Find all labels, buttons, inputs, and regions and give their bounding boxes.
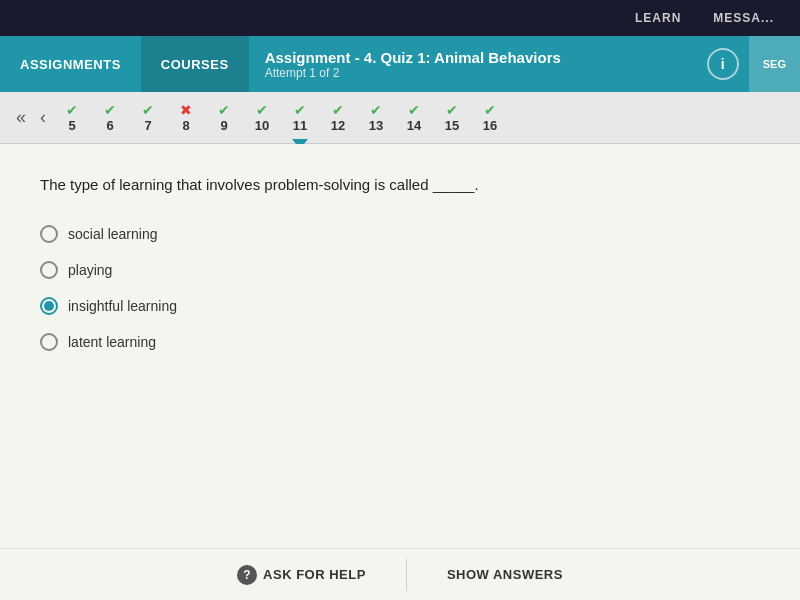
show-answers-button[interactable]: SHOW ANSWERS <box>447 567 563 582</box>
q6-number: 6 <box>106 118 113 133</box>
option-latent-learning[interactable]: latent learning <box>40 333 760 351</box>
q8-number: 8 <box>182 118 189 133</box>
radio-playing[interactable] <box>40 261 58 279</box>
bottom-bar: ? ASK FOR HELP SHOW ANSWERS <box>0 548 800 600</box>
bottom-divider <box>406 559 407 591</box>
question-16[interactable]: ✔ 16 <box>472 100 508 135</box>
question-10[interactable]: ✔ 10 <box>244 100 280 135</box>
question-9[interactable]: ✔ 9 <box>206 100 242 135</box>
q11-number: 11 <box>293 118 307 133</box>
q10-number: 10 <box>255 118 269 133</box>
q7-status-icon: ✔ <box>142 102 154 118</box>
main-content: The type of learning that involves probl… <box>0 144 800 600</box>
option-label-playing: playing <box>68 262 112 278</box>
top-nav: LEARN MESSA... <box>0 0 800 36</box>
question-12[interactable]: ✔ 12 <box>320 100 356 135</box>
option-playing[interactable]: playing <box>40 261 760 279</box>
info-icon[interactable]: i <box>707 48 739 80</box>
question-5[interactable]: ✔ 5 <box>54 100 90 135</box>
q15-status-icon: ✔ <box>446 102 458 118</box>
ask-for-help-button[interactable]: ? ASK FOR HELP <box>237 565 366 585</box>
q14-number: 14 <box>407 118 421 133</box>
option-label-insightful-learning: insightful learning <box>68 298 177 314</box>
q16-status-icon: ✔ <box>484 102 496 118</box>
q10-status-icon: ✔ <box>256 102 268 118</box>
radio-insightful-learning[interactable] <box>40 297 58 315</box>
question-text: The type of learning that involves probl… <box>40 174 760 197</box>
option-label-latent-learning: latent learning <box>68 334 156 350</box>
question-14[interactable]: ✔ 14 <box>396 100 432 135</box>
question-7[interactable]: ✔ 7 <box>130 100 166 135</box>
q15-number: 15 <box>445 118 459 133</box>
assignment-info: Assignment - 4. Quiz 1: Animal Behaviors… <box>249 49 707 80</box>
q16-number: 16 <box>483 118 497 133</box>
option-label-social-learning: social learning <box>68 226 158 242</box>
q5-status-icon: ✔ <box>66 102 78 118</box>
radio-social-learning[interactable] <box>40 225 58 243</box>
assignment-subtitle: Attempt 1 of 2 <box>265 66 691 80</box>
nav-tabs: ASSIGNMENTS COURSES <box>0 36 249 92</box>
courses-tab[interactable]: COURSES <box>141 36 249 92</box>
nav-first-button[interactable]: « <box>10 107 32 128</box>
assignment-title: Assignment - 4. Quiz 1: Animal Behaviors <box>265 49 691 66</box>
q13-number: 13 <box>369 118 383 133</box>
option-insightful-learning[interactable]: insightful learning <box>40 297 760 315</box>
question-11[interactable]: ✔ 11 <box>282 100 318 135</box>
options-list: social learning playing insightful learn… <box>40 225 760 351</box>
learn-button[interactable]: LEARN <box>619 11 697 25</box>
question-13[interactable]: ✔ 13 <box>358 100 394 135</box>
question-6[interactable]: ✔ 6 <box>92 100 128 135</box>
show-answers-label: SHOW ANSWERS <box>447 567 563 582</box>
q5-number: 5 <box>68 118 75 133</box>
q14-status-icon: ✔ <box>408 102 420 118</box>
q13-status-icon: ✔ <box>370 102 382 118</box>
assignments-tab[interactable]: ASSIGNMENTS <box>0 36 141 92</box>
q12-status-icon: ✔ <box>332 102 344 118</box>
option-social-learning[interactable]: social learning <box>40 225 760 243</box>
message-button[interactable]: MESSA... <box>697 11 790 25</box>
q12-number: 12 <box>331 118 345 133</box>
nav-prev-button[interactable]: ‹ <box>34 107 52 128</box>
question-15[interactable]: ✔ 15 <box>434 100 470 135</box>
help-icon: ? <box>237 565 257 585</box>
q9-status-icon: ✔ <box>218 102 230 118</box>
radio-latent-learning[interactable] <box>40 333 58 351</box>
seg-button[interactable]: SEG <box>749 36 800 92</box>
question-nav: « ‹ ✔ 5 ✔ 6 ✔ 7 ✖ 8 ✔ 9 ✔ 10 ✔ 11 ✔ 12 ✔… <box>0 92 800 144</box>
q9-number: 9 <box>220 118 227 133</box>
ask-help-label: ASK FOR HELP <box>263 567 366 582</box>
q7-number: 7 <box>144 118 151 133</box>
q6-status-icon: ✔ <box>104 102 116 118</box>
q8-status-icon: ✖ <box>180 102 192 118</box>
question-8[interactable]: ✖ 8 <box>168 100 204 135</box>
q11-status-icon: ✔ <box>294 102 306 118</box>
assignment-bar: ASSIGNMENTS COURSES Assignment - 4. Quiz… <box>0 36 800 92</box>
